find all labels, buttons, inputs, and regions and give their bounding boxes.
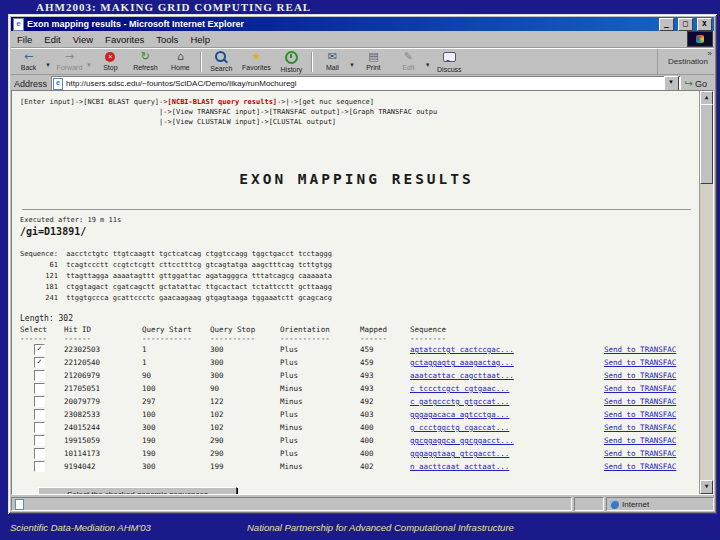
- row-checkbox[interactable]: [34, 396, 45, 407]
- back-dropdown-caret[interactable]: ▼: [45, 62, 51, 68]
- row-checkbox[interactable]: [34, 435, 45, 446]
- discuss-bubble-icon: [443, 52, 456, 62]
- menu-favorites[interactable]: Favorites: [99, 34, 150, 45]
- send-to-transfac-link[interactable]: Send to TRANSFAC: [604, 408, 693, 421]
- send-to-transfac-link[interactable]: Send to TRANSFAC: [604, 369, 693, 382]
- send-to-transfac-link[interactable]: Send to TRANSFAC: [604, 356, 693, 369]
- sequence-link[interactable]: aaatcattac cagcttaat...: [410, 369, 600, 382]
- menu-file[interactable]: File: [11, 34, 38, 45]
- toolbar-separator: [311, 52, 313, 72]
- send-to-transfac-link[interactable]: Send to TRANSFAC: [604, 447, 693, 460]
- sequence-link[interactable]: gggaggtaag gtcgacct...: [410, 447, 600, 460]
- send-to-transfac-link[interactable]: Send to TRANSFAC: [604, 395, 693, 408]
- history-clock-icon: [285, 51, 298, 64]
- address-label: Address: [14, 79, 47, 89]
- forward-button[interactable]: → Forward: [52, 51, 87, 72]
- menu-view[interactable]: View: [67, 34, 99, 45]
- send-to-transfac-link[interactable]: Send to TRANSFAC: [604, 343, 693, 356]
- row-checkbox[interactable]: [34, 409, 45, 420]
- go-button[interactable]: ↪ Go: [685, 78, 711, 89]
- send-to-transfac-link[interactable]: Send to TRANSFAC: [604, 421, 693, 434]
- refresh-icon: ↻: [141, 51, 150, 63]
- sequence-line: 121 ttagttagga aaaatagttt gttggattac aga…: [20, 271, 693, 282]
- sequence-link[interactable]: n aacttcaat acttaat...: [410, 460, 600, 473]
- table-row: ✓ 221205401 300Plus 459 gctaggagtg aaaga…: [20, 356, 693, 369]
- sequence-link[interactable]: gctaggagtg aaagactag...: [410, 356, 600, 369]
- window-titlebar[interactable]: e Exon mapping results - Microsoft Inter…: [11, 17, 714, 31]
- url-page-icon: e: [53, 78, 63, 90]
- table-row: 9194042300 199Minus 402 n aacttcaat actt…: [20, 460, 693, 473]
- scroll-down-arrow-icon[interactable]: ▼: [700, 480, 713, 494]
- send-to-transfac-link[interactable]: Send to TRANSFAC: [604, 382, 693, 395]
- menu-tools[interactable]: Tools: [150, 34, 184, 45]
- browser-window: e Exon mapping results - Microsoft Inter…: [8, 14, 717, 514]
- close-button[interactable]: x: [697, 18, 712, 31]
- row-checkbox[interactable]: [34, 448, 45, 459]
- slide-footer-right: National Partnership for Advanced Comput…: [247, 522, 514, 533]
- workflow-line-2: |->[View TRANSFAC input]->[TRANSFAC outp…: [20, 107, 693, 117]
- table-row: 21705051100 90Minus 493 c tccctcgct cgtg…: [20, 382, 693, 395]
- search-button[interactable]: Search: [204, 50, 239, 73]
- row-checkbox[interactable]: ✓: [34, 344, 45, 355]
- table-row: ✓ 223025031 300Plus 459 agtatcctgt cactc…: [20, 343, 693, 356]
- ie-logo: [687, 31, 713, 47]
- page-content: [Enter input]->[NCBI BLAST query]->[NCBI…: [11, 90, 714, 495]
- stop-button[interactable]: × Stop: [93, 51, 128, 72]
- favorites-button[interactable]: ★ Favorites: [239, 51, 274, 72]
- status-secondary-pane: [574, 497, 604, 511]
- row-checkbox[interactable]: ✓: [34, 357, 45, 368]
- slide-footer-left: Scientific Data-Mediation AHM'03: [10, 522, 151, 533]
- edit-dropdown-caret[interactable]: ▼: [425, 62, 431, 68]
- address-input[interactable]: e http://users.sdsc.edu/~fountos/SciDAC/…: [51, 76, 681, 91]
- sequence-link[interactable]: g ccctggctg cgaccat...: [410, 421, 600, 434]
- row-checkbox[interactable]: [34, 461, 45, 472]
- send-to-transfac-link[interactable]: Send to TRANSFAC: [604, 460, 693, 473]
- forward-arrow-icon: →: [65, 51, 74, 63]
- minimize-button[interactable]: _: [659, 18, 674, 31]
- sequence-link[interactable]: c gatgccctg gtgccat...: [410, 395, 600, 408]
- send-to-transfac-link[interactable]: Send to TRANSFAC: [604, 434, 693, 447]
- status-zone-pane: Internet: [606, 497, 714, 511]
- print-button[interactable]: ▤ Print: [356, 51, 391, 72]
- toolbar-chevron-icon[interactable]: »: [708, 49, 712, 58]
- sequence-link[interactable]: agtatcctgt cactccgac...: [410, 343, 600, 356]
- maximize-button[interactable]: □: [678, 18, 693, 31]
- select-sequences-button[interactable]: Select the checked genomic sequences: [38, 487, 237, 495]
- scroll-up-arrow-icon[interactable]: ▲: [700, 91, 713, 105]
- forward-dropdown-caret[interactable]: ▼: [86, 62, 92, 68]
- table-row: 19915059190 290Plus 400 ggcggaggca ggcgg…: [20, 434, 693, 447]
- table-row: 23082533100 102Plus 403 gggagacaca agtcc…: [20, 408, 693, 421]
- print-icon: ▤: [368, 51, 378, 63]
- mail-button[interactable]: ✉ Mail: [315, 51, 350, 72]
- mail-dropdown-caret[interactable]: ▼: [349, 62, 355, 68]
- row-checkbox[interactable]: [34, 383, 45, 394]
- home-button[interactable]: ⌂ Home: [163, 51, 198, 72]
- back-button[interactable]: ← Back: [11, 51, 46, 72]
- sequence-link[interactable]: c tccctcgct cgtgaac...: [410, 382, 600, 395]
- menu-help[interactable]: Help: [184, 34, 216, 45]
- sequence-link[interactable]: gggagacaca agtcctga...: [410, 408, 600, 421]
- history-button[interactable]: History: [274, 50, 309, 74]
- workflow-line-1: [Enter input]->[NCBI BLAST query]->[NCBI…: [20, 97, 693, 107]
- divider: [22, 209, 691, 210]
- ie-document-icon: e: [13, 18, 24, 31]
- destination-button[interactable]: Destination: [657, 49, 714, 74]
- sequence-line: 181 ctggtagact cgatcagctt gctatattac ttg…: [20, 282, 693, 293]
- edit-button[interactable]: ✎ Edit: [391, 51, 426, 72]
- row-checkbox[interactable]: [34, 422, 45, 433]
- sequence-line: 241 ttggtgccca gcattccctc gaacaagaag gtg…: [20, 293, 693, 304]
- discuss-button[interactable]: Discuss: [432, 50, 467, 74]
- table-row: 2120697990 300Plus 493 aaatcattac cagctt…: [20, 369, 693, 382]
- address-dropdown-button[interactable]: ▼: [664, 76, 679, 91]
- row-checkbox[interactable]: [34, 370, 45, 381]
- toolbar-separator: [200, 52, 202, 72]
- gi-accession: /gi=D13891/: [20, 226, 693, 237]
- vertical-scrollbar[interactable]: ▲ ▼: [699, 91, 713, 494]
- window-title: Exon mapping results - Microsoft Interne…: [27, 19, 655, 29]
- address-url[interactable]: http://users.sdsc.edu/~fountos/SciDAC/De…: [66, 79, 661, 88]
- sequence-link[interactable]: ggcggaggca ggcggacct...: [410, 434, 600, 447]
- scrollbar-thumb[interactable]: [700, 104, 713, 184]
- menu-edit[interactable]: Edit: [38, 34, 66, 45]
- table-header: SelectHit ID Query StartQuery Stop Orien…: [20, 325, 693, 334]
- refresh-button[interactable]: ↻ Refresh: [128, 51, 163, 72]
